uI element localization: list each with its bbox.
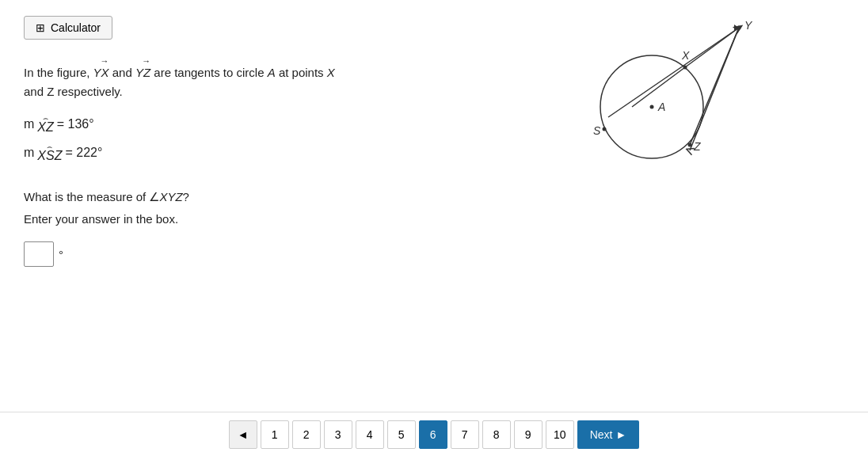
vector-yx: → YX bbox=[93, 57, 109, 82]
svg-text:Y: Y bbox=[744, 19, 753, 32]
arc-xsz-equation: m ⌢ XSZ = 222° bbox=[24, 142, 420, 163]
answer-instruction: Enter your answer in the box. bbox=[24, 212, 420, 226]
next-button[interactable]: Next ► bbox=[577, 420, 640, 449]
question-text: What is the measure of ∠XYZ? bbox=[24, 190, 420, 204]
geometry-diagram: A bbox=[549, 12, 763, 194]
question-section: What is the measure of ∠XYZ? Enter your … bbox=[24, 190, 420, 267]
page-7-button[interactable]: 7 bbox=[451, 420, 479, 449]
page-10-button[interactable]: 10 bbox=[546, 420, 574, 449]
page-5-button[interactable]: 5 bbox=[387, 420, 416, 449]
calculator-label: Calculator bbox=[51, 21, 101, 34]
problem-intro: In the figure, → YX and → YZ are tangent… bbox=[24, 57, 420, 101]
page-1-button[interactable]: 1 bbox=[261, 420, 289, 449]
pagination-bar: ◄ 1 2 3 4 5 6 7 8 9 10 Next ► bbox=[0, 412, 868, 456]
page-4-button[interactable]: 4 bbox=[356, 420, 384, 449]
arc-xz: ⌢ XZ bbox=[37, 114, 53, 135]
problem-line2: and Z respectively. bbox=[24, 85, 123, 98]
page-9-button[interactable]: 9 bbox=[514, 420, 542, 449]
next-label: Next ► bbox=[590, 428, 627, 441]
svg-text:X: X bbox=[681, 49, 690, 62]
page-6-button[interactable]: 6 bbox=[419, 420, 447, 449]
arc-xz-equation: m ⌢ XZ = 136° bbox=[24, 114, 420, 135]
page-3-button[interactable]: 3 bbox=[324, 420, 352, 449]
svg-point-15 bbox=[603, 127, 607, 131]
svg-point-1 bbox=[650, 105, 654, 109]
arc-xsz: ⌢ XSZ bbox=[37, 142, 62, 163]
prev-button[interactable]: ◄ bbox=[229, 420, 257, 449]
svg-text:A: A bbox=[657, 101, 665, 113]
svg-point-9 bbox=[683, 66, 687, 70]
page-8-button[interactable]: 8 bbox=[482, 420, 511, 449]
svg-text:S: S bbox=[593, 124, 601, 137]
vector-yz: → YZ bbox=[135, 57, 150, 82]
svg-point-11 bbox=[737, 26, 741, 30]
svg-text:Z: Z bbox=[693, 140, 701, 153]
intro-text: In the figure, bbox=[24, 66, 93, 79]
answer-input[interactable] bbox=[24, 241, 54, 267]
svg-line-6 bbox=[608, 28, 739, 117]
calculator-button[interactable]: ⊞ Calculator bbox=[24, 16, 112, 40]
page-2-button[interactable]: 2 bbox=[292, 420, 321, 449]
degree-symbol: ° bbox=[59, 248, 63, 261]
svg-point-13 bbox=[688, 143, 692, 147]
diagram-panel: A bbox=[444, 0, 868, 456]
calculator-icon: ⊞ bbox=[36, 21, 45, 34]
answer-row: ° bbox=[24, 241, 420, 267]
